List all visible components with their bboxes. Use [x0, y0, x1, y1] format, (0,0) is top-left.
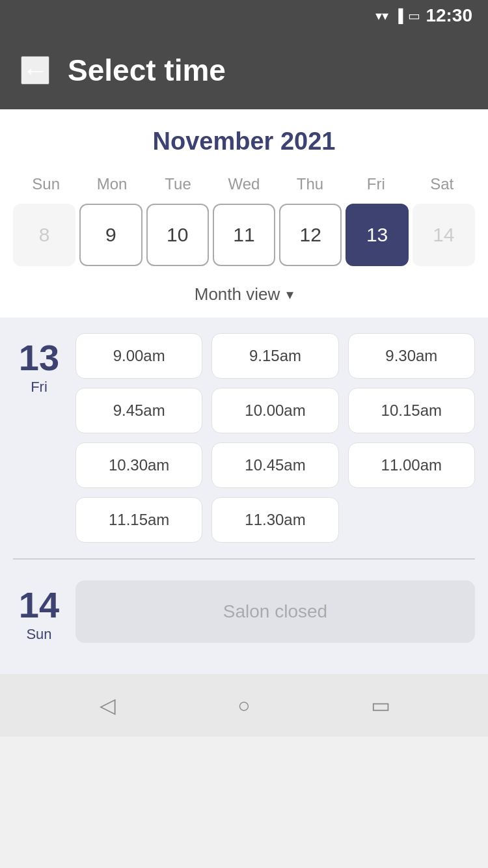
day-9[interactable]: 9	[79, 204, 142, 266]
slot-1045am[interactable]: 10.45am	[211, 442, 338, 488]
day-14-number: 14	[19, 587, 59, 623]
header: ← Select time	[0, 31, 488, 109]
weekday-wed: Wed	[211, 171, 277, 197]
slot-930am[interactable]: 9.30am	[348, 333, 475, 379]
day-13-number: 13	[19, 340, 59, 376]
nav-recent-button[interactable]: ▭	[361, 686, 400, 725]
page-title: Select time	[68, 53, 226, 88]
nav-back-icon: ◁	[100, 693, 116, 718]
salon-closed-label: Salon closed	[75, 580, 475, 643]
slot-1015am[interactable]: 10.15am	[348, 388, 475, 433]
month-year-title: November 2021	[13, 128, 475, 156]
weekday-mon: Mon	[79, 171, 144, 197]
day-13-name: Fri	[31, 379, 47, 396]
signal-icon: ▐	[394, 8, 403, 23]
day-13-label: 13 Fri	[13, 333, 65, 543]
day-14-group: 14 Sun Salon closed	[13, 565, 475, 658]
month-view-label: Month view	[195, 284, 280, 305]
day-12[interactable]: 12	[279, 204, 342, 266]
weekday-fri: Fri	[343, 171, 409, 197]
slot-1030am[interactable]: 10.30am	[75, 442, 202, 488]
slot-945am[interactable]: 9.45am	[75, 388, 202, 433]
slot-1115am[interactable]: 11.15am	[75, 497, 202, 543]
calendar-section: November 2021 Sun Mon Tue Wed Thu Fri Sa…	[0, 109, 488, 318]
weekdays-row: Sun Mon Tue Wed Thu Fri Sat	[13, 171, 475, 197]
nav-back-button[interactable]: ◁	[88, 686, 127, 725]
month-view-toggle[interactable]: Month view ▾	[13, 273, 475, 318]
status-icons: ▾▾ ▐ ▭ 12:30	[375, 5, 472, 26]
weekday-thu: Thu	[277, 171, 343, 197]
slot-1130am[interactable]: 11.30am	[211, 497, 338, 543]
weekday-sun: Sun	[13, 171, 79, 197]
weekday-tue: Tue	[145, 171, 211, 197]
section-divider	[13, 558, 475, 560]
weekday-sat: Sat	[409, 171, 475, 197]
slot-915am[interactable]: 9.15am	[211, 333, 338, 379]
slot-1000am[interactable]: 10.00am	[211, 388, 338, 433]
status-time: 12:30	[426, 5, 472, 26]
day-14-name: Sun	[26, 626, 51, 643]
chevron-down-icon: ▾	[286, 286, 293, 303]
day-11[interactable]: 11	[213, 204, 275, 266]
main-content: November 2021 Sun Mon Tue Wed Thu Fri Sa…	[0, 109, 488, 674]
day-8[interactable]: 8	[13, 204, 75, 266]
nav-home-button[interactable]: ○	[224, 686, 264, 725]
day-13[interactable]: 13	[346, 204, 408, 266]
back-button[interactable]: ←	[21, 56, 49, 85]
day-13-slots-group: 13 Fri 9.00am 9.15am 9.30am 9.45am 10.00…	[13, 333, 475, 543]
day-14-label: 14 Sun	[13, 580, 65, 643]
slot-900am[interactable]: 9.00am	[75, 333, 202, 379]
nav-recent-icon: ▭	[371, 693, 390, 718]
day-14[interactable]: 14	[413, 204, 475, 266]
wifi-icon: ▾▾	[375, 8, 388, 23]
slots-section: 13 Fri 9.00am 9.15am 9.30am 9.45am 10.00…	[0, 318, 488, 674]
battery-icon: ▭	[408, 8, 420, 23]
bottom-nav: ◁ ○ ▭	[0, 674, 488, 737]
day-13-slots-grid: 9.00am 9.15am 9.30am 9.45am 10.00am 10.1…	[75, 333, 475, 543]
nav-home-icon: ○	[237, 694, 250, 718]
day-10[interactable]: 10	[146, 204, 209, 266]
status-bar: ▾▾ ▐ ▭ 12:30	[0, 0, 488, 31]
slot-1100am[interactable]: 11.00am	[348, 442, 475, 488]
week-row: 8 9 10 11 12 13 14	[13, 204, 475, 266]
